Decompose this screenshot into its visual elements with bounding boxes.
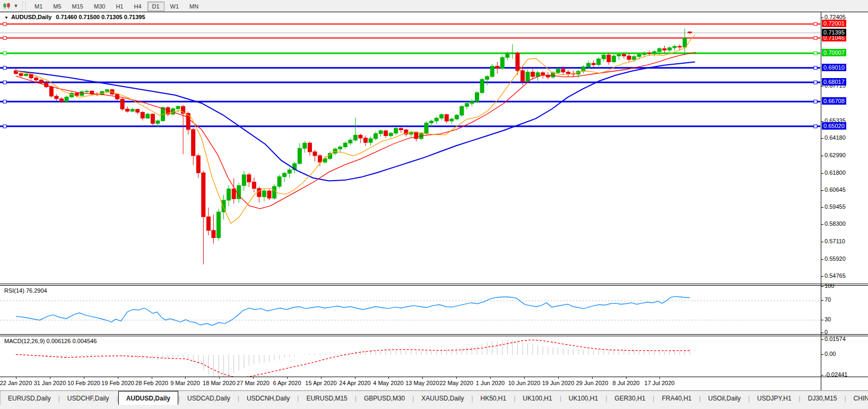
chart-tab-dj30-m15[interactable]: DJ30,M15	[801, 391, 845, 405]
candle-body	[202, 173, 205, 217]
chart-tab-usoil-daily[interactable]: USOil,Daily	[701, 391, 748, 405]
line-handle[interactable]	[3, 22, 6, 25]
date-label: 19 Feb 2020	[101, 380, 134, 386]
chart-tab-uk100-h1[interactable]: UK100,H1	[515, 391, 559, 405]
rsi-pane[interactable]: RSI(14) 76.2904	[0, 285, 868, 335]
date-tick	[592, 377, 593, 379]
chart-tab-audusd-daily[interactable]: AUDUSD,Daily	[118, 391, 178, 405]
candle-body	[333, 149, 337, 153]
chart-tab-hk50-h1[interactable]: HK50,H1	[473, 391, 514, 405]
candle-body	[227, 189, 231, 200]
timeframe-button-m30[interactable]: M30	[89, 2, 110, 11]
line-handle[interactable]	[814, 37, 817, 40]
timeframe-button-h1[interactable]: H1	[111, 2, 128, 11]
line-handle[interactable]	[814, 100, 817, 103]
symbol-dropdown-icon[interactable]: ▼	[4, 15, 8, 20]
candle-body	[678, 46, 682, 47]
candle-body	[566, 72, 570, 74]
candle-body	[688, 32, 692, 33]
line-handle[interactable]	[3, 125, 6, 128]
candle-body	[247, 175, 251, 182]
timeframe-button-h4[interactable]: H4	[129, 2, 146, 11]
candle-body	[308, 143, 311, 152]
candle-body	[303, 143, 307, 148]
candle-body	[597, 59, 601, 65]
date-tick	[524, 377, 525, 379]
timeframe-button-d1[interactable]: D1	[147, 2, 164, 11]
candle-body	[232, 189, 236, 199]
timeframe-button-w1[interactable]: W1	[166, 2, 184, 11]
chart-tab-xauusd-daily[interactable]: XAUUSD,Daily	[414, 391, 471, 405]
line-handle[interactable]	[3, 52, 6, 55]
line-handle[interactable]	[814, 22, 817, 25]
rsi-chart[interactable]	[0, 286, 820, 334]
line-handle[interactable]	[3, 100, 6, 103]
chart-tab-usdjpy-h1[interactable]: USDJPY,H1	[750, 391, 798, 405]
candlestick-chart[interactable]	[0, 12, 820, 284]
chart-tab-usdcnh-daily[interactable]: USDCNH,Daily	[239, 391, 297, 405]
chart-tab-usdcad-daily[interactable]: USDCAD,Daily	[180, 391, 238, 405]
candle-body	[39, 80, 43, 83]
timeframe-button-m1[interactable]: M1	[30, 2, 47, 11]
chart-tab-eurusd-daily[interactable]: EURUSD,Daily	[1, 391, 58, 405]
candle-body	[414, 132, 418, 139]
line-handle[interactable]	[3, 66, 6, 70]
date-tick	[118, 377, 118, 379]
chart-tab-fra40-h1[interactable]: FRA40,H1	[654, 391, 699, 405]
candle-body	[587, 63, 591, 67]
chart-tab-ger30-h1[interactable]: GER30,H1	[607, 391, 653, 405]
chart-type-dropdown-icon[interactable]: ▼	[13, 3, 19, 8]
candle-body	[374, 134, 378, 139]
chart-tab-china300-h4[interactable]: CHINA300,H4	[846, 391, 868, 405]
candle-body	[24, 74, 28, 76]
chart-type-icon[interactable]	[1, 1, 13, 11]
date-label: 31 Jan 2020	[34, 380, 66, 386]
line-handle[interactable]	[3, 37, 6, 40]
timeframe-button-mn[interactable]: MN	[185, 2, 203, 11]
candle-body	[65, 97, 68, 101]
candle-body	[277, 177, 281, 186]
candle-body	[353, 135, 357, 140]
candle-body	[120, 99, 124, 109]
candle-body	[556, 69, 560, 73]
chart-tab-usdchf-daily[interactable]: USDCHF,Daily	[60, 391, 117, 405]
line-handle[interactable]	[814, 66, 817, 70]
candle-body	[622, 55, 626, 56]
chart-tab-eurusd-m15[interactable]: EURUSD,M15	[299, 391, 354, 405]
date-label: 29 Jun 2020	[576, 380, 609, 386]
date-axis[interactable]: 22 Jan 202031 Jan 202010 Feb 202019 Feb …	[0, 377, 868, 390]
candle-body	[262, 191, 266, 197]
line-handle[interactable]	[814, 81, 817, 84]
candle-body	[465, 104, 468, 107]
timeframe-button-m15[interactable]: M15	[67, 2, 88, 11]
date-tick	[558, 377, 559, 379]
date-label: 1 Jun 2020	[476, 380, 505, 386]
candle-body	[206, 217, 210, 231]
line-handle[interactable]	[3, 81, 6, 84]
date-label: 15 Apr 2020	[305, 380, 336, 386]
timeframe-button-m5[interactable]: M5	[48, 2, 66, 11]
line-handle[interactable]	[814, 125, 817, 128]
candle-body	[75, 93, 79, 95]
macd-chart[interactable]	[0, 336, 820, 377]
candle-body	[541, 73, 545, 75]
chart-tab-uk100-h1[interactable]: UK100,H1	[561, 391, 605, 405]
price-chart-pane[interactable]: ▼AUDUSD,Daily0.71460 0.71500 0.71305 0.7…	[0, 12, 868, 284]
candle-body	[435, 118, 438, 121]
date-label: 19 Jun 2020	[542, 380, 575, 386]
candle-body	[510, 53, 514, 54]
macd-pane[interactable]: MACD(12,26,9) 0.006126 0.004546	[0, 336, 868, 377]
candle-body	[363, 138, 367, 142]
date-tick	[388, 377, 389, 379]
toolbar-grip[interactable]	[22, 2, 26, 10]
chart-tab-gbpusd-m30[interactable]: GBPUSD,M30	[357, 391, 412, 405]
candle-body	[359, 135, 362, 138]
candle-body	[663, 49, 666, 50]
candle-body	[506, 53, 509, 57]
candle-body	[440, 115, 444, 118]
candle-body	[19, 73, 23, 75]
candle-body	[156, 121, 160, 123]
line-handle[interactable]	[814, 52, 817, 55]
candle-body	[500, 57, 504, 68]
date-tick	[84, 377, 84, 379]
